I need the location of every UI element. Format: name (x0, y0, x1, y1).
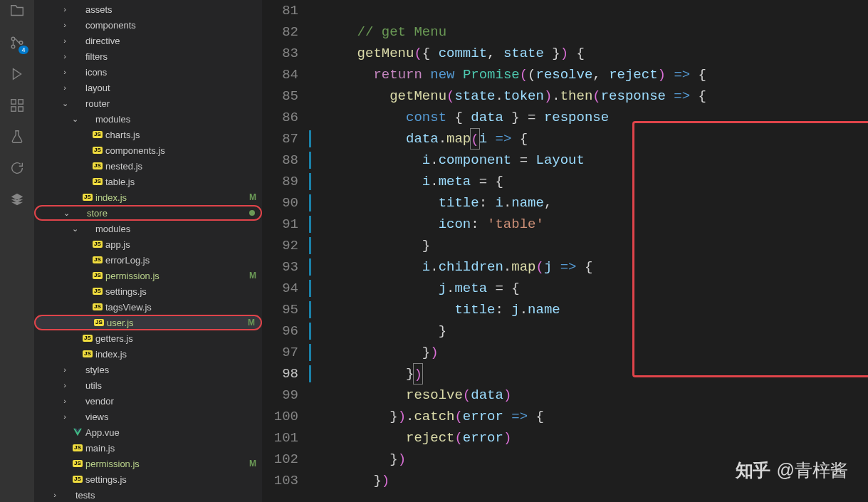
folder-row[interactable]: ⌄modules (34, 221, 262, 236)
code-line[interactable]: getMenu({ commit, state }) { (325, 43, 706, 64)
code-line[interactable]: } (325, 320, 706, 342)
folder-row[interactable]: ›views (34, 409, 262, 424)
tree-label: tests (75, 490, 256, 501)
svg-rect-3 (11, 100, 16, 104)
folder-row[interactable]: ›components (34, 17, 262, 33)
file-row[interactable]: JSmain.js (34, 440, 262, 456)
code-line[interactable]: }) (325, 470, 706, 491)
file-row[interactable]: JSerrorLog.js (34, 252, 262, 268)
js-file-icon: JS (70, 460, 85, 467)
layers-icon[interactable] (0, 191, 34, 208)
js-file-icon: JS (70, 444, 85, 451)
tree-label: table.js (105, 177, 256, 187)
file-row[interactable]: JStagsView.js (34, 299, 262, 315)
file-row[interactable]: JSgetters.js (34, 330, 262, 346)
tree-label: nested.js (105, 161, 256, 172)
file-row[interactable]: JStable.js (34, 174, 262, 189)
line-number: 91 (262, 214, 298, 235)
tree-label: utils (85, 380, 256, 391)
folder-row[interactable]: ›vendor (34, 393, 262, 409)
js-file-icon: JS (90, 178, 105, 185)
line-number: 99 (262, 385, 298, 406)
tree-label: settings.js (105, 286, 256, 297)
code-line[interactable]: i.component = Layout (325, 150, 706, 171)
scm-icon[interactable]: 4 (0, 34, 34, 51)
line-number: 88 (262, 150, 298, 171)
file-row[interactable]: App.vue (34, 424, 262, 440)
folder-row[interactable]: ›filters (34, 48, 262, 64)
code-line[interactable]: i.meta = { (325, 171, 706, 192)
tree-label: store (87, 208, 246, 219)
beaker-icon[interactable] (0, 128, 34, 145)
code-line[interactable]: i.children.map(j => { (325, 256, 706, 278)
code-line[interactable]: icon: 'table' (325, 214, 706, 235)
line-number: 94 (262, 278, 298, 299)
refresh-icon[interactable] (0, 160, 34, 177)
js-file-icon: JS (70, 476, 85, 483)
line-number: 102 (262, 449, 298, 470)
code-line[interactable]: const { data } = response (325, 107, 706, 128)
tree-label: layout (85, 83, 256, 93)
line-number: 97 (262, 342, 298, 363)
explorer-sidebar: ›assets›components›directive›filters›ico… (34, 0, 262, 502)
folder-row[interactable]: ⌄store (34, 205, 262, 221)
js-file-icon: JS (90, 241, 105, 248)
tree-label: assets (85, 4, 256, 15)
chevron-icon: › (60, 36, 70, 45)
tree-label: vendor (85, 396, 256, 407)
code-line[interactable]: }) (325, 363, 706, 385)
tree-label: icons (85, 67, 256, 78)
code-line[interactable]: }) (325, 449, 706, 470)
git-status-indicator: M (249, 459, 256, 469)
folder-row[interactable]: ›styles (34, 362, 262, 377)
extensions-icon[interactable] (0, 97, 34, 114)
folder-row[interactable]: ›directive (34, 33, 262, 48)
file-row[interactable]: JSindex.js (34, 346, 262, 362)
code-line[interactable]: getMenu(state.token).then(response => { (325, 85, 706, 107)
code-line[interactable]: }).catch(error => { (325, 406, 706, 427)
code-line[interactable]: title: i.name, (325, 192, 706, 214)
explorer-icon[interactable] (0, 3, 34, 20)
file-row[interactable]: JSindex.jsM (34, 189, 262, 205)
code-line[interactable]: resolve(data) (325, 385, 706, 406)
file-row[interactable]: JSpermission.jsM (34, 268, 262, 283)
run-icon[interactable] (0, 66, 34, 83)
folder-row[interactable]: ⌄modules (34, 111, 262, 127)
code-line[interactable]: j.meta = { (325, 278, 706, 299)
folder-row[interactable]: ›assets (34, 1, 262, 17)
svg-rect-4 (19, 100, 23, 104)
file-row[interactable]: JSapp.js (34, 236, 262, 252)
code-line[interactable]: } (325, 235, 706, 256)
folder-row[interactable]: ›tests (34, 487, 262, 502)
file-row[interactable]: JSnested.js (34, 158, 262, 174)
folder-row[interactable]: ›layout (34, 80, 262, 95)
js-file-icon: JS (90, 288, 105, 295)
git-status-indicator: M (248, 318, 255, 328)
line-number: 81 (262, 0, 298, 21)
tree-label: modules (95, 224, 256, 234)
folder-row[interactable]: ⌄router (34, 95, 262, 111)
folder-row[interactable]: ›utils (34, 377, 262, 393)
file-row[interactable]: JSuser.jsM (34, 315, 262, 330)
js-file-icon: JS (80, 350, 95, 357)
editor[interactable]: 8182838485868788899091929394959697989910… (262, 0, 868, 502)
line-number: 86 (262, 107, 298, 128)
code-line[interactable]: data.map(i => { (325, 128, 706, 150)
file-row[interactable]: JSsettings.js (34, 283, 262, 299)
tree-label: components.js (105, 145, 256, 156)
file-row[interactable]: JSpermission.jsM (34, 456, 262, 471)
code-line[interactable]: title: j.name (325, 299, 706, 320)
tree-label: charts.js (105, 130, 256, 140)
code-line[interactable] (325, 0, 706, 21)
file-row[interactable]: JScomponents.js (34, 142, 262, 158)
code-line[interactable]: // get Menu (325, 21, 706, 43)
file-row[interactable]: JScharts.js (34, 127, 262, 142)
js-file-icon: JS (90, 256, 105, 263)
code-line[interactable]: }) (325, 342, 706, 363)
file-row[interactable]: JSsettings.js (34, 471, 262, 487)
line-number: 82 (262, 21, 298, 43)
code-area[interactable]: // get Menu getMenu({ commit, state }) {… (313, 0, 706, 502)
code-line[interactable]: reject(error) (325, 427, 706, 449)
code-line[interactable]: return new Promise((resolve, reject) => … (325, 64, 706, 85)
folder-row[interactable]: ›icons (34, 64, 262, 80)
